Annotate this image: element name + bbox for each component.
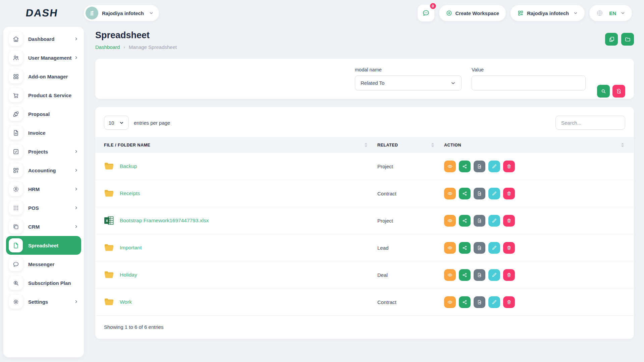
sidebar-item-projects[interactable]: Projects <box>3 142 84 161</box>
sidebar-item-dashboard[interactable]: Dashboard <box>3 29 84 48</box>
view-button[interactable] <box>444 188 456 199</box>
table-footer-info: Showing 1 to 6 of 6 entries <box>95 316 634 339</box>
filter-reset-button[interactable] <box>612 85 625 98</box>
sidebar-item-proposal[interactable]: Proposal <box>3 105 84 123</box>
file-name-link[interactable]: Important <box>120 245 142 251</box>
sidebar-item-settings[interactable]: Settings <box>3 292 84 311</box>
sidebar-item-add-on-manager[interactable]: Add-on Manager <box>3 67 84 86</box>
export-button[interactable] <box>474 161 485 172</box>
table-search-input[interactable] <box>555 116 625 130</box>
filter-search-button[interactable] <box>597 85 610 98</box>
chevron-down-icon <box>573 11 578 15</box>
file-name-link[interactable]: Bootstrap Framework1697447793.xlsx <box>120 218 209 224</box>
file-name-link[interactable]: Backup <box>120 163 137 169</box>
share-button[interactable] <box>459 188 471 199</box>
value-label: Value <box>472 67 586 72</box>
sidebar-item-product-service[interactable]: Product & Service <box>3 86 84 105</box>
edit-button[interactable] <box>488 161 500 172</box>
workspace-avatar <box>86 7 98 19</box>
column-header-file-folder-name[interactable]: FILE / FOLDER NAME <box>95 143 377 147</box>
folder-icon <box>104 243 114 252</box>
chevron-down-icon <box>149 11 154 15</box>
column-header-action[interactable]: ACTION <box>444 143 634 147</box>
create-folder-button[interactable] <box>621 33 634 46</box>
chat-icon <box>9 257 23 271</box>
company-selector[interactable]: Rajodiya infotech <box>511 5 585 21</box>
delete-button[interactable] <box>503 188 515 199</box>
delete-button[interactable] <box>503 215 515 227</box>
gear-icon <box>9 295 23 309</box>
sidebar-item-spreadsheet[interactable]: Spreadsheet <box>6 236 81 255</box>
file-name-link[interactable]: Holiday <box>120 272 137 278</box>
delete-button[interactable] <box>503 269 515 281</box>
row-actions <box>444 242 634 254</box>
delete-button[interactable] <box>503 161 515 172</box>
delete-button[interactable] <box>503 296 515 308</box>
view-button[interactable] <box>444 296 456 308</box>
edit-button[interactable] <box>488 215 500 227</box>
related-value: Project <box>377 164 444 169</box>
sort-icon <box>621 143 624 147</box>
sidebar-item-label: User Management <box>28 55 71 61</box>
sidebar-item-label: HRM <box>28 186 40 192</box>
chevron-right-icon <box>74 37 78 41</box>
share-button[interactable] <box>459 269 471 281</box>
filter-card: modal name Related To Value <box>95 59 634 99</box>
edit-button[interactable] <box>488 188 500 199</box>
sidebar-item-label: Projects <box>28 149 48 155</box>
sidebar-item-pos[interactable]: POS <box>3 198 84 217</box>
sidebar-item-crm[interactable]: CRM <box>3 217 84 236</box>
create-workspace-button[interactable]: Create Workspace <box>439 5 506 21</box>
sidebar-item-accounting[interactable]: Accounting <box>3 161 84 180</box>
export-button[interactable] <box>474 215 485 227</box>
sidebar-item-messenger[interactable]: Messenger <box>3 255 84 274</box>
cart-icon <box>9 88 23 102</box>
value-input[interactable] <box>472 75 586 90</box>
create-file-button[interactable] <box>605 33 618 46</box>
sidebar-item-user-management[interactable]: User Management <box>3 48 84 67</box>
sidebar-item-subscription-plan[interactable]: Subscription Plan <box>3 274 84 292</box>
chevron-right-icon <box>74 55 78 60</box>
view-button[interactable] <box>444 269 456 281</box>
share-button[interactable] <box>459 296 471 308</box>
edit-button[interactable] <box>488 242 500 254</box>
table-row: ReceiptsContract <box>95 180 634 207</box>
file-name-link[interactable]: Receipts <box>120 190 140 196</box>
sidebar-item-invoice[interactable]: Invoice <box>3 123 84 142</box>
share-button[interactable] <box>459 161 471 172</box>
delete-button[interactable] <box>503 242 515 254</box>
related-to-select[interactable]: Related To <box>355 75 462 90</box>
search-icon <box>600 88 606 94</box>
entries-per-page-select[interactable]: 10 <box>104 116 129 130</box>
sidebar-item-hrm[interactable]: HRM <box>3 180 84 198</box>
sidebar-item-label: Dashboard <box>28 36 54 42</box>
sidebar-item-label: POS <box>28 205 39 211</box>
sidebar-nav: DashboardUser ManagementAdd-on ManagerPr… <box>3 29 84 311</box>
table-row: HolidayDeal <box>95 261 634 289</box>
workspace-selector[interactable]: Rajodiya infotech <box>84 5 159 21</box>
invoice-icon <box>9 126 23 140</box>
messages-button[interactable]: 0 <box>418 5 434 21</box>
export-button[interactable] <box>474 242 485 254</box>
view-button[interactable] <box>444 215 456 227</box>
share-button[interactable] <box>459 215 471 227</box>
grid-plus-icon <box>517 10 524 16</box>
export-button[interactable] <box>474 296 485 308</box>
breadcrumb-dashboard-link[interactable]: Dashboard <box>95 44 120 50</box>
edit-button[interactable] <box>488 269 500 281</box>
language-code: EN <box>609 10 616 16</box>
person-target-icon <box>9 182 23 196</box>
file-name-link[interactable]: Work <box>120 299 132 305</box>
share-button[interactable] <box>459 242 471 254</box>
related-value: Contract <box>377 191 444 196</box>
edit-button[interactable] <box>488 296 500 308</box>
folder-icon <box>104 189 114 198</box>
language-selector[interactable]: EN <box>589 5 632 21</box>
view-button[interactable] <box>444 161 456 172</box>
export-button[interactable] <box>474 269 485 281</box>
column-header-related[interactable]: RELATED <box>377 143 444 147</box>
export-button[interactable] <box>474 188 485 199</box>
plus-circle-icon <box>446 10 452 16</box>
page-head: Spreadsheet Dashboard › Manage Spreadshe… <box>95 30 634 50</box>
view-button[interactable] <box>444 242 456 254</box>
